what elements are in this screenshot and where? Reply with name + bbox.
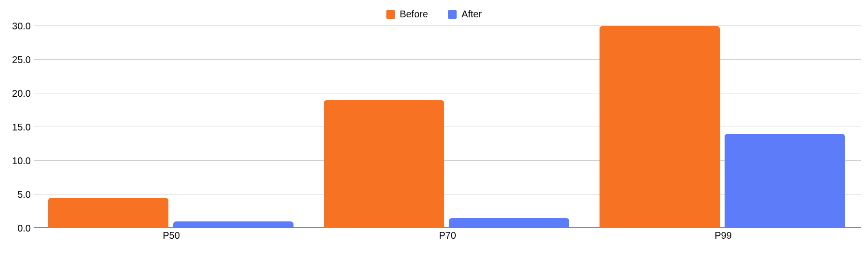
ytick-15: 15.0 [2,122,31,133]
xtick-p70: P70 [439,230,456,241]
ytick-25: 25.0 [2,54,31,65]
plot-area [34,26,861,228]
ytick-0: 0.0 [2,223,31,234]
ytick-5: 5.0 [2,189,31,200]
xtick-p50: P50 [163,230,180,241]
bar-p50-after [173,221,294,228]
gridline-15 [34,127,861,127]
ytick-20: 20.0 [2,88,31,99]
bar-p50-before [48,198,168,228]
bar-p99-before [600,26,720,228]
legend-swatch-after [448,10,457,19]
ytick-30: 30.0 [2,21,31,32]
legend-label-before: Before [400,9,428,20]
legend-item-after: After [448,9,482,20]
legend-label-after: After [461,9,482,20]
gridline-25 [34,59,861,60]
legend: Before After [0,9,868,21]
bar-p99-after [725,134,845,228]
legend-item-before: Before [386,9,428,20]
chart: Before After 0.0 5.0 10.0 15.0 20.0 25.0… [0,0,868,258]
gridline-30 [34,26,861,26]
ytick-10: 10.0 [2,155,31,167]
legend-swatch-before [386,10,395,19]
gridline-20 [34,93,861,93]
xtick-p99: P99 [715,230,732,241]
bar-p70-before [324,100,444,228]
bar-p70-after [449,218,569,228]
